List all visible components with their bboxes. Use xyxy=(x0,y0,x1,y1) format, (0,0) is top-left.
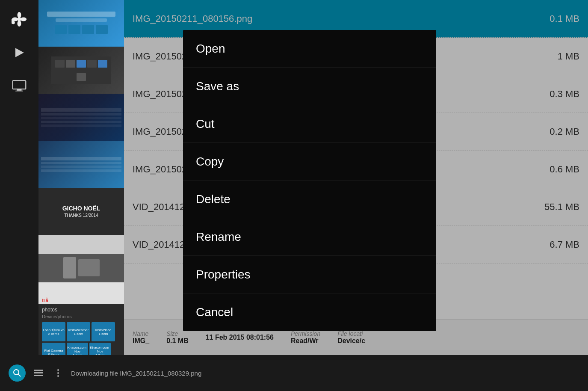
rename-menu-item[interactable]: Rename xyxy=(183,218,436,256)
status-bar: Downloading file IMG_20150211_080329.png xyxy=(0,355,588,391)
thumb-item-6[interactable] xyxy=(38,235,124,282)
folder-3[interactable]: InstaPlace 1 item xyxy=(92,322,115,341)
sidebar-icon-flower[interactable] xyxy=(4,4,34,34)
context-menu: Open Save as Cut Copy Delete Rename Prop… xyxy=(183,30,436,331)
svg-point-1 xyxy=(18,12,21,18)
status-text: Downloading file IMG_20150211_080329.png xyxy=(71,370,201,377)
delete-menu-item[interactable]: Delete xyxy=(183,181,436,218)
svg-point-4 xyxy=(21,18,27,21)
svg-point-2 xyxy=(18,21,21,27)
thumb-item-1[interactable] xyxy=(38,0,124,47)
svg-rect-13 xyxy=(34,372,43,373)
save-as-menu-item[interactable]: Save as xyxy=(183,68,436,105)
cancel-menu-item[interactable]: Cancel xyxy=(183,293,436,331)
thumb-item-5[interactable]: GICHO NOËL THANKS 12/2014 xyxy=(38,188,124,235)
sidebar-icon-play[interactable] xyxy=(4,38,34,68)
list-view-button[interactable] xyxy=(32,366,45,380)
thumb-item-3[interactable] xyxy=(38,94,124,141)
svg-line-11 xyxy=(18,374,21,377)
svg-rect-8 xyxy=(17,89,22,91)
svg-point-16 xyxy=(57,372,59,374)
svg-point-17 xyxy=(57,375,59,377)
svg-point-15 xyxy=(57,369,59,371)
copy-menu-item[interactable]: Copy xyxy=(183,143,436,181)
sidebar-icon-monitor[interactable] xyxy=(4,71,34,101)
svg-rect-14 xyxy=(34,375,43,376)
thumb-bottom-path: Device/photos xyxy=(40,314,122,320)
thumb-item-4[interactable] xyxy=(38,141,124,188)
thumb-bottom-header: photos xyxy=(40,306,122,314)
thumbnail-panel: GICHO NOËL THANKS 12/2014 trả Frozen Chr… xyxy=(38,0,124,355)
svg-rect-9 xyxy=(15,91,23,92)
svg-rect-12 xyxy=(34,370,43,371)
cut-menu-item[interactable]: Cut xyxy=(183,105,436,143)
svg-rect-7 xyxy=(13,80,26,89)
sidebar xyxy=(0,0,38,391)
thumb-item-2[interactable] xyxy=(38,47,124,94)
open-menu-item[interactable]: Open xyxy=(183,30,436,68)
svg-marker-6 xyxy=(15,48,24,57)
folder-2[interactable]: InstaWeather 1 item xyxy=(67,322,90,341)
thumb-bottom: photos Device/photos Loan Tịtieu.vn 2 it… xyxy=(38,304,124,355)
svg-point-10 xyxy=(14,370,19,375)
folder-1[interactable]: Loan Tịtieu.vn 2 items xyxy=(42,322,65,341)
properties-menu-item[interactable]: Properties xyxy=(183,256,436,293)
search-button[interactable] xyxy=(9,364,26,382)
more-options-button[interactable] xyxy=(51,366,65,380)
